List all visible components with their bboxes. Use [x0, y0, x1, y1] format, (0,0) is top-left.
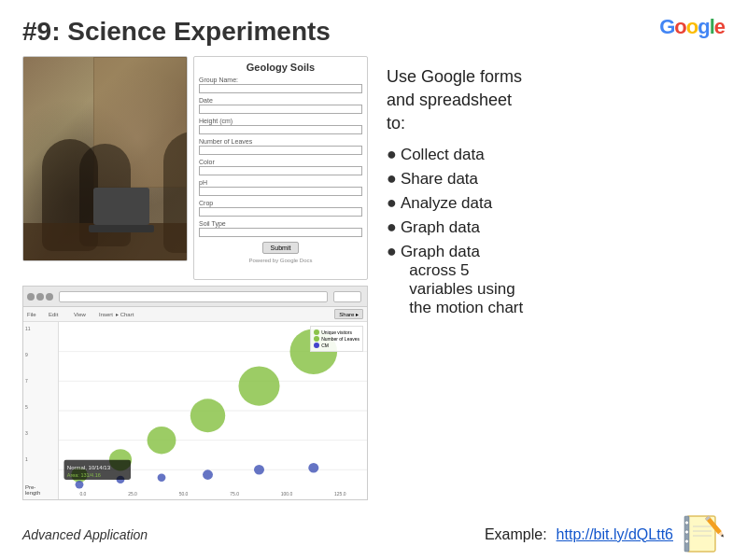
- x-axis: 0.0 25.0 50.0 75.0 100.0 125.0: [59, 488, 367, 499]
- height-input[interactable]: [199, 125, 362, 134]
- svg-point-22: [685, 521, 689, 525]
- soil-input[interactable]: [199, 228, 362, 237]
- toolbar-view[interactable]: View: [74, 312, 96, 317]
- browser-btn-3: [46, 293, 53, 301]
- crop-label: Crop: [199, 200, 362, 206]
- footer-left: Advanced Application: [22, 527, 148, 542]
- legend-item-1: Unique visitors: [314, 329, 359, 335]
- classroom-photo: [22, 56, 188, 261]
- toolbar-file[interactable]: File: [27, 312, 46, 317]
- bullet-3: ● Analyze data: [387, 194, 725, 213]
- bullet-text-2: Share data: [401, 170, 478, 189]
- legend-item-2: Number of Leaves: [314, 336, 359, 342]
- desc-line2: and spreadsheet: [387, 91, 512, 109]
- bullet-text-5: Graph data across 5 variables using the …: [401, 243, 523, 317]
- bullet-text-3: Analyze data: [401, 194, 492, 213]
- y-axis-label: Pre-length: [25, 484, 56, 496]
- svg-point-24: [685, 539, 689, 543]
- browser-btn-2: [36, 293, 44, 301]
- laptop: [93, 188, 149, 225]
- bullet-1: ● Collect data: [387, 146, 725, 164]
- legend-item-3: CM: [314, 343, 359, 348]
- svg-point-15: [254, 465, 264, 475]
- submit-button[interactable]: Submit: [262, 242, 300, 254]
- browser-btn-1: [27, 293, 35, 301]
- y-label-5: 3: [25, 430, 56, 436]
- color-label: Color: [199, 159, 362, 165]
- bullet-dot-2: ●: [387, 169, 397, 189]
- y-label-3: 7: [25, 378, 56, 384]
- svg-point-7: [148, 427, 176, 455]
- footer: Advanced Application Example: http://bit…: [0, 509, 747, 560]
- x-label-2: 25.0: [128, 491, 137, 497]
- svg-text:Normal, 10/14/13: Normal, 10/14/13: [67, 465, 111, 470]
- ph-input[interactable]: [199, 187, 362, 196]
- notebook-svg: [683, 513, 725, 555]
- browser-url-bar[interactable]: [59, 291, 328, 302]
- form-group-name: Group Name:: [199, 77, 362, 93]
- date-input[interactable]: [199, 105, 362, 114]
- leaves-label: Number of Leaves: [199, 138, 362, 145]
- left-column: Geology Soils Group Name: Date Height (c…: [22, 56, 368, 504]
- height-label: Height (cm): [199, 118, 362, 124]
- x-label-5: 100.0: [281, 491, 293, 497]
- svg-point-16: [308, 463, 318, 473]
- bullet-5: ● Graph data across 5 variables using th…: [387, 243, 725, 317]
- leaves-input[interactable]: [199, 146, 362, 155]
- svg-point-8: [190, 399, 225, 432]
- footer-right: Example: http://bit.ly/dQLtt6: [485, 513, 725, 555]
- form-title: Geology Soils: [199, 62, 362, 73]
- legend-label-3: CM: [321, 343, 329, 348]
- logo-o1: o: [674, 17, 685, 37]
- svg-point-9: [239, 367, 280, 406]
- form-date: Date: [199, 97, 362, 114]
- bullet-dot-3: ●: [387, 193, 397, 213]
- toolbar-insert[interactable]: Insert: [99, 312, 113, 317]
- google-form: Geology Soils Group Name: Date Height (c…: [193, 56, 368, 280]
- group-name-label: Group Name:: [199, 77, 362, 83]
- bullet-dot-1: ●: [387, 145, 397, 164]
- toolbar-share-btn[interactable]: Share ▸: [334, 309, 363, 319]
- bullet-dot-4: ●: [387, 217, 397, 237]
- bullet-2: ● Share data: [387, 170, 725, 189]
- form-leaves: Number of Leaves: [199, 138, 362, 155]
- form-soil: Soil Type: [199, 220, 362, 237]
- google-logo: Google: [659, 17, 725, 37]
- group-name-input[interactable]: [199, 84, 362, 93]
- x-label-6: 125.0: [334, 491, 346, 497]
- example-link[interactable]: http://bit.ly/dQLtt6: [557, 526, 673, 543]
- crop-input[interactable]: [199, 207, 362, 217]
- chart-legend: Unique visitors Number of Leaves CM: [310, 326, 363, 352]
- browser-share-btn[interactable]: [333, 291, 361, 302]
- y-label-top: 11: [25, 326, 56, 331]
- chart-container: 11 9 7 5 3 1 Pre-length: [23, 322, 367, 499]
- logo-e: e: [714, 17, 725, 37]
- advanced-label: Advanced Application: [22, 527, 148, 542]
- y-label-4: 5: [25, 404, 56, 410]
- browser-chrome: [23, 287, 367, 307]
- description: Use Google forms and spreadsheet to:: [387, 65, 725, 136]
- logo-g2: g: [698, 17, 709, 37]
- example-text: Example:: [485, 526, 547, 543]
- desc-line3: to:: [387, 114, 405, 133]
- y-label-2: 9: [25, 352, 56, 357]
- svg-text:Area: 131/4.16: Area: 131/4.16: [67, 472, 101, 478]
- svg-point-23: [685, 530, 689, 534]
- legend-label-2: Number of Leaves: [321, 336, 359, 342]
- color-input[interactable]: [199, 166, 362, 175]
- bullet-text-1: Collect data: [401, 146, 485, 164]
- form-ph: pH: [199, 179, 362, 196]
- bullet-list: ● Collect data ● Share data ● Analyze da…: [387, 146, 725, 317]
- legend-dot-green: [314, 329, 319, 335]
- svg-point-14: [203, 469, 213, 480]
- right-column: Use Google forms and spreadsheet to: ● C…: [387, 56, 725, 504]
- toolbar-edit[interactable]: Edit: [49, 312, 71, 317]
- page-title: #9: Science Experiments: [22, 17, 331, 47]
- desc-line1: Use Google forms: [387, 67, 522, 86]
- ph-label: pH: [199, 179, 362, 186]
- notebook-icon: [683, 513, 725, 555]
- svg-point-13: [158, 474, 166, 482]
- y-label-6: 1: [25, 456, 56, 462]
- soil-label: Soil Type: [199, 220, 362, 227]
- chart-tab[interactable]: ▸ Chart: [116, 311, 134, 317]
